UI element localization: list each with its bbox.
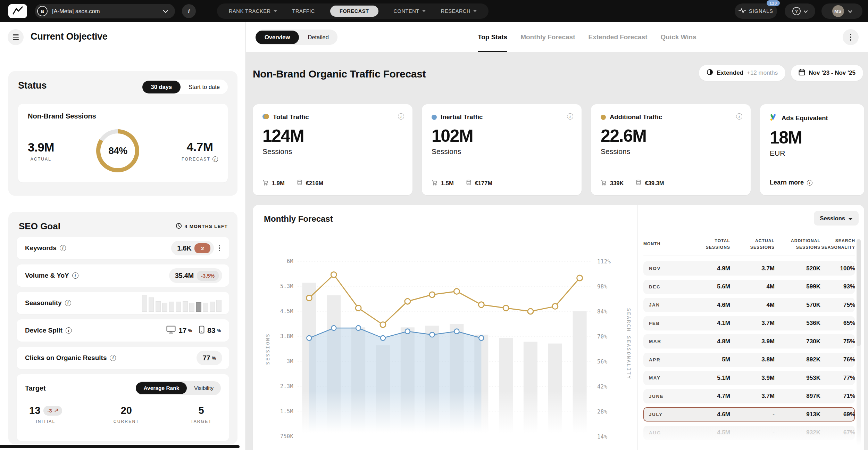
value-cell: 4.9M (676, 265, 731, 272)
phone-icon (199, 326, 205, 335)
nav-research[interactable]: RESEARCH (441, 8, 477, 14)
value-cell: 3.9M (731, 375, 775, 382)
table-row-june[interactable]: JUNE4.7M3.7M897K71% (643, 389, 855, 403)
nav-forecast[interactable]: FORECAST (330, 6, 378, 17)
toggle-overview[interactable]: Overview (256, 31, 299, 44)
keywords-badge[interactable]: 2 (194, 243, 210, 253)
value-cell: 93% (821, 283, 856, 290)
help-menu-button[interactable]: ? (785, 3, 815, 19)
volume-yoy-row: Volume & YoYi 35.4M -3.5% (17, 264, 229, 287)
value-cell: 4M (731, 302, 775, 309)
info-icon[interactable]: i (65, 300, 71, 306)
table-row-jan[interactable]: JAN4.6M4M570K75% (643, 298, 855, 312)
gold-dot-icon (601, 115, 606, 120)
domain-selector[interactable]: a [A-Meta] asos.com (35, 4, 175, 18)
main-area: Overview Detailed Top StatsMonthly Forec… (246, 22, 868, 450)
table-row-may[interactable]: MAY5.1M3.9M953K77% (643, 371, 855, 385)
table-row-july[interactable]: JULY4.6M-913K69% (643, 407, 855, 422)
more-options-button[interactable] (843, 29, 859, 45)
signals-button[interactable]: SIGNALS 113 (735, 3, 777, 19)
info-icon[interactable]: i (110, 355, 116, 361)
cart-icon (432, 180, 438, 187)
value-cell: - (731, 411, 775, 418)
value-cell: 599K (775, 283, 821, 290)
info-icon[interactable]: i (398, 113, 404, 120)
signals-label: SIGNALS (749, 8, 773, 14)
toggle-average-rank[interactable]: Average Rank (136, 382, 187, 394)
toggle-start-to-date[interactable]: Start to date (181, 81, 228, 93)
more-options-icon[interactable] (217, 244, 222, 253)
table-row-dec[interactable]: DEC5.6M4M599K93% (643, 280, 855, 294)
info-icon[interactable]: i (567, 113, 573, 120)
clock-icon (176, 223, 182, 230)
panel-title: Monthly Forecast (264, 214, 333, 224)
tab-top-stats[interactable]: Top Stats (478, 22, 507, 52)
svg-text:28%: 28% (597, 409, 608, 415)
tab-quick-wins[interactable]: Quick Wins (660, 22, 696, 52)
value-cell: 3.9M (731, 338, 775, 345)
clicks-value-pill: 77% (197, 351, 222, 365)
top-stats-cards: Total Traffic i 124M Sessions 1.9M €216M (253, 104, 864, 195)
pulse-icon (738, 8, 746, 15)
inertial-traffic-card: Inertial Traffic i 102M Sessions 1.5M €1… (422, 104, 582, 195)
month-cell: JAN (644, 302, 676, 308)
target-metric: 5 TARGET (191, 405, 212, 424)
table-row-nov[interactable]: NOV4.9M3.7M520K100% (643, 261, 855, 276)
nav-rank-tracker[interactable]: RANK TRACKER (229, 8, 277, 14)
app-logo[interactable] (8, 4, 27, 18)
campaign-info-button[interactable]: i (182, 4, 196, 18)
month-cell: DEC (644, 284, 676, 289)
page-title: Non-Brand Organic Traffic Forecast (253, 68, 426, 80)
keywords-row: Keywordsi 1.6K 2 (17, 237, 229, 259)
tab-extended-forecast[interactable]: Extended Forecast (588, 22, 647, 52)
nav-content[interactable]: CONTENT (394, 8, 426, 14)
monthly-forecast-chart: 6M5.3M4.5M3.8M3M2.3M1.5M750K112%98%84%70… (253, 229, 638, 450)
svg-text:56%: 56% (597, 359, 608, 365)
info-icon: i (807, 180, 812, 186)
primary-nav: RANK TRACKERTRAFFICFORECASTCONTENTRESEAR… (217, 3, 489, 19)
user-menu-button[interactable]: MS (821, 3, 862, 19)
month-cell: MAR (644, 339, 676, 344)
table-row-aug[interactable]: AUG4.5M-932K67% (643, 426, 855, 440)
value-cell: 953K (775, 375, 821, 382)
progress-percent: 84% (108, 145, 127, 156)
value-cell: 4.1M (676, 320, 731, 327)
svg-text:1.5M: 1.5M (280, 408, 293, 415)
value-cell: 3.7M (731, 393, 775, 400)
info-icon[interactable]: i (736, 113, 742, 120)
info-icon[interactable]: i (72, 272, 78, 279)
info-icon[interactable]: i (212, 156, 218, 162)
extended-forecast-pill[interactable]: Extended +12 months (699, 65, 785, 81)
top-bar: a [A-Meta] asos.com i RANK TRACKERTRAFFI… (0, 0, 868, 22)
learn-more-link[interactable]: Learn more i (770, 179, 812, 186)
value-cell: 913K (775, 411, 821, 418)
info-icon[interactable]: i (60, 245, 66, 251)
table-row-apr[interactable]: APR5M3.8M892K76% (643, 353, 855, 367)
nav-traffic[interactable]: TRAFFIC (292, 8, 315, 14)
seasonality-row: Seasonalityi (17, 292, 229, 314)
toggle-visibility[interactable]: Visibility (187, 382, 221, 394)
time-left: 4 MONTHS LEFT (176, 223, 228, 230)
table-row-mar[interactable]: MAR4.8M3.9M730K75% (643, 334, 855, 349)
date-range-picker[interactable]: Nov '23 - Nov '25 (791, 65, 863, 81)
menu-button[interactable] (8, 29, 24, 45)
info-icon[interactable]: i (66, 327, 72, 334)
toggle-detailed[interactable]: Detailed (299, 31, 337, 44)
svg-text:2.3M: 2.3M (280, 383, 293, 390)
avatar: MS (832, 5, 844, 17)
toggle-30-days[interactable]: 30 days (142, 81, 181, 93)
value-cell: 536K (775, 320, 821, 327)
table-row-feb[interactable]: FEB4.1M3.7M536K65% (643, 316, 855, 330)
chevron-down-icon (848, 8, 852, 14)
svg-text:750K: 750K (280, 433, 293, 440)
dual-dot-icon (262, 114, 269, 121)
table-scrollbar[interactable] (857, 239, 861, 445)
value-cell: 932K (775, 429, 821, 436)
scrollbar-thumb[interactable] (857, 239, 861, 346)
ads-equivalent-card: Ads Equivalent 18M EUR Learn more i (760, 104, 864, 195)
column-header: TOTAL SESSIONS (675, 238, 730, 251)
seasonality-bar (142, 295, 147, 312)
seasonality-bar (169, 302, 174, 312)
tab-monthly-forecast[interactable]: Monthly Forecast (520, 22, 575, 52)
initial-metric: 13 -3 INITIAL (29, 405, 62, 424)
